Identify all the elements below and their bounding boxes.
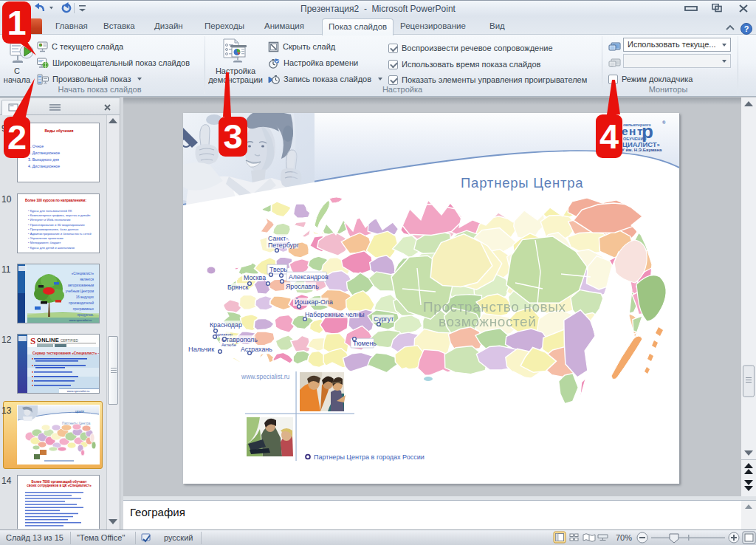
svg-text:Астрахань: Астрахань bbox=[241, 346, 272, 353]
svg-text:www.specialist.ru: www.specialist.ru bbox=[241, 373, 289, 380]
svg-text:Партнеры Центра: Партнеры Центра bbox=[461, 175, 583, 191]
svg-text:Пространство новых: Пространство новых bbox=[423, 299, 566, 315]
svg-text:Петербург: Петербург bbox=[268, 241, 299, 249]
svg-text:авторизованным: авторизованным bbox=[68, 284, 94, 287]
svg-text:возможностей: возможностей bbox=[439, 314, 537, 329]
svg-text:Нальчик: Нальчик bbox=[188, 346, 215, 353]
svg-text:«Специалист»: «Специалист» bbox=[72, 272, 94, 275]
svg-text:ONLINE: ONLINE bbox=[37, 337, 59, 343]
svg-text:?: ? bbox=[744, 24, 749, 33]
svg-text:программных: программных bbox=[73, 307, 94, 311]
svg-text:учебным Центром: учебным Центром bbox=[66, 289, 94, 293]
svg-text:Сервер тестирования «Специалис: Сервер тестирования «Специалист» - это: bbox=[32, 352, 99, 355]
svg-text:16 ведущих: 16 ведущих bbox=[76, 295, 94, 299]
svg-text:У им. Н.Э.Баумана: У им. Н.Э.Баумана bbox=[622, 148, 662, 152]
svg-text:Москва: Москва bbox=[244, 274, 266, 281]
svg-text:ЦЕНТР: ЦЕНТР bbox=[75, 411, 85, 414]
svg-text:www.specialist.ru: www.specialist.ru bbox=[67, 389, 90, 393]
svg-text:Сургут: Сургут bbox=[374, 315, 394, 323]
svg-text:®: ® bbox=[662, 120, 666, 125]
svg-text:Йошкар-Ола: Йошкар-Ола bbox=[295, 298, 333, 306]
svg-text:Тюмень: Тюмень bbox=[353, 340, 377, 347]
svg-text:Брянск: Брянск bbox=[227, 284, 249, 291]
svg-text:www.specialist.ru: www.specialist.ru bbox=[69, 318, 92, 322]
svg-text:Александров: Александров bbox=[289, 273, 329, 281]
svg-text:продуктов.: продуктов. bbox=[78, 313, 94, 317]
svg-text:Краснодар: Краснодар bbox=[210, 321, 242, 329]
svg-text:S: S bbox=[30, 335, 35, 346]
svg-text:CERTIFIED: CERTIFIED bbox=[61, 339, 78, 343]
svg-text:Актюбе: Актюбе bbox=[221, 343, 236, 347]
svg-text:Партнеры Центра в городах Росс: Партнеры Центра в городах России bbox=[314, 453, 425, 461]
svg-text:Ярославль: Ярославль bbox=[286, 283, 319, 290]
svg-text:ент: ент bbox=[622, 125, 644, 137]
svg-text:Тверь: Тверь bbox=[269, 266, 287, 273]
svg-text:производителей: производителей bbox=[69, 301, 94, 305]
svg-text:является: является bbox=[80, 278, 94, 281]
svg-text:70%: 70% bbox=[616, 533, 632, 542]
svg-text:Набережные челны: Набережные челны bbox=[305, 311, 365, 318]
